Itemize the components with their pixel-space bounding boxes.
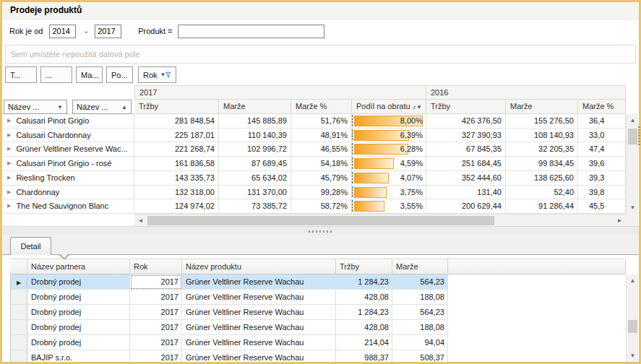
expand-icon[interactable]: ▶ xyxy=(7,171,11,185)
cell-trzby[interactable]: 428,08 xyxy=(336,290,392,305)
cell-trzby-2017[interactable]: 281 848,54 xyxy=(134,114,219,129)
cell-marze[interactable]: 564,23 xyxy=(392,305,448,320)
cell-marze-2017[interactable]: 73 385,72 xyxy=(219,199,291,214)
cell-trzby-2017[interactable]: 143 335,73 xyxy=(134,171,219,186)
year-to-input[interactable] xyxy=(95,25,121,38)
detail-row[interactable]: Drobný prodej 2017 Grüner Veltliner Rese… xyxy=(10,335,626,350)
cell-marze-pct-2017[interactable]: 46,55% xyxy=(291,142,352,157)
cell-marze[interactable]: 508,37 xyxy=(392,350,448,362)
scroll-up-icon[interactable]: ▲ xyxy=(627,275,638,286)
data-field-chip[interactable]: Ma... xyxy=(76,66,103,83)
cell-marze-2017[interactable]: 145 885,89 xyxy=(219,114,291,129)
detail-header-rok[interactable]: Rok xyxy=(130,259,182,274)
header-trzby-2017[interactable]: Tržby xyxy=(134,100,219,114)
detail-row[interactable]: Drobný prodej 2017 Grüner Veltliner Rese… xyxy=(10,290,626,305)
detail-header-produkt[interactable]: Název produktu xyxy=(182,259,336,274)
pivot-row-header[interactable]: ▶ The Ned Sauvignon Blanc xyxy=(2,199,134,214)
cell-rok-focused[interactable]: 2017 xyxy=(130,274,182,290)
expand-icon[interactable]: ▶ xyxy=(7,186,11,199)
cell-marze-pct-2017[interactable]: 54,18% xyxy=(291,157,352,171)
cell-marze-pct-2017[interactable]: 51,76% xyxy=(291,114,352,129)
cell-marze-2016[interactable]: 32 205,35 xyxy=(506,142,578,157)
cell-partner[interactable]: Drobný prodej xyxy=(27,305,130,320)
cell-trzby-2017[interactable]: 161 836,58 xyxy=(134,157,219,171)
cell-trzby[interactable]: 1 284,23 xyxy=(336,274,392,290)
cell-marze[interactable]: 564,23 xyxy=(392,274,448,290)
pivot-row-header[interactable]: ▶ Calusari Chardonnay xyxy=(2,129,134,143)
cell-marze-2017[interactable]: 65 634,02 xyxy=(219,171,291,186)
cell-trzby-2016[interactable]: 426 376,50 xyxy=(426,114,506,129)
cell-marze-pct-2016[interactable]: 47,4 xyxy=(578,142,626,157)
scrollbar-thumb[interactable] xyxy=(628,129,637,144)
cell-marze-2017[interactable]: 110 140,39 xyxy=(219,129,291,143)
cell-produkt[interactable]: Grüner Veltliner Reserve Wachau xyxy=(182,290,336,305)
cell-trzby-2017[interactable]: 225 187,01 xyxy=(134,129,219,143)
cell-produkt[interactable]: Grüner Veltliner Reserve Wachau xyxy=(182,320,336,335)
cell-marze-pct-2017[interactable]: 45,79% xyxy=(291,171,352,186)
detail-header-marze[interactable]: Marže xyxy=(392,259,448,274)
window-resize-grip[interactable] xyxy=(638,126,640,147)
sort-asc-icon[interactable]: ▲ xyxy=(121,104,127,110)
cell-podil-na-obratu[interactable]: 6,39% xyxy=(352,129,426,143)
chevron-down-icon[interactable]: ▼ xyxy=(160,72,166,78)
cell-podil-na-obratu[interactable]: 4,59% xyxy=(352,157,426,171)
cell-marze-2017[interactable]: 131 370,00 xyxy=(219,186,291,200)
cell-marze-2016[interactable]: 138 625,60 xyxy=(506,171,578,186)
cell-produkt[interactable]: Grüner Veltliner Reserve Wachau xyxy=(182,335,336,350)
cell-trzby-2017[interactable]: 124 974,02 xyxy=(134,199,219,214)
cell-podil-na-obratu[interactable]: 6,28% xyxy=(352,142,426,157)
cell-trzby[interactable]: 1 284,23 xyxy=(336,305,392,320)
cell-podil-na-obratu[interactable]: 8,00% xyxy=(352,114,426,129)
header-marze-pct-2017[interactable]: Marže % xyxy=(291,100,352,114)
cell-produkt[interactable]: Grüner Veltliner Reserve Wachau xyxy=(182,305,336,320)
cell-trzby-2016[interactable]: 251 684,45 xyxy=(426,157,506,171)
cell-trzby-2016[interactable]: 67 845,35 xyxy=(426,142,506,157)
cell-marze-pct-2017[interactable]: 99,28% xyxy=(291,186,352,200)
cell-marze-pct-2016[interactable]: 39,8 xyxy=(578,186,626,200)
detail-row[interactable]: Drobný prodej 2017 Grüner Veltliner Rese… xyxy=(10,320,626,335)
cell-trzby-2017[interactable]: 132 318,00 xyxy=(134,186,219,200)
cell-marze-pct-2016[interactable]: 33,0 xyxy=(578,129,626,143)
cell-marze-pct-2017[interactable]: 58,72% xyxy=(291,199,352,214)
expand-icon[interactable]: ▶ xyxy=(7,142,11,156)
year-from-input[interactable] xyxy=(49,25,76,38)
scrollbar-thumb[interactable] xyxy=(147,216,494,225)
cell-marze-2016[interactable]: 108 140,93 xyxy=(506,129,578,143)
cell-marze[interactable]: 188,08 xyxy=(392,320,448,335)
scroll-up-icon[interactable]: ▲ xyxy=(627,115,638,126)
cell-marze-pct-2016[interactable]: 45,5 xyxy=(578,199,626,214)
detail-header-partner[interactable]: Název partnera xyxy=(27,259,130,274)
detail-header-trzby[interactable]: Tržby xyxy=(336,259,392,274)
data-field-chip[interactable]: T... xyxy=(5,66,37,83)
cell-trzby-2017[interactable]: 221 268,74 xyxy=(134,142,219,157)
cell-partner[interactable]: Drobný prodej xyxy=(27,320,130,335)
expand-icon[interactable]: ▶ xyxy=(7,114,11,128)
column-field-chip-rok[interactable]: Rok ▼ xyxy=(138,66,176,83)
cell-marze-pct-2017[interactable]: 48,91% xyxy=(291,129,352,143)
pivot-row-header[interactable]: ▶ Calusari Pinot Grigio xyxy=(2,114,134,129)
cell-partner[interactable]: BAJIP s.r.o. xyxy=(27,350,130,362)
cell-marze-pct-2016[interactable]: 36,4 xyxy=(578,114,626,129)
pane-splitter[interactable] xyxy=(2,226,639,235)
detail-row[interactable]: BAJIP s.r.o. 2017 Grüner Veltliner Reser… xyxy=(10,350,626,362)
cell-marze[interactable]: 94,04 xyxy=(392,335,448,350)
cell-marze-pct-2016[interactable]: 39,3 xyxy=(578,171,626,186)
cell-marze[interactable]: 188,08 xyxy=(392,290,448,305)
detail-row[interactable]: Drobný prodej 2017 Grüner Veltliner Rese… xyxy=(10,305,626,320)
tab-detail[interactable]: Detail xyxy=(10,237,51,255)
data-field-chip[interactable]: ... xyxy=(40,66,72,83)
row-field-header-nazev-2[interactable]: Název ... ▲ xyxy=(72,100,132,114)
header-marze-pct-2016[interactable]: Marže % xyxy=(578,100,626,114)
cell-trzby-2016[interactable]: 200 629,44 xyxy=(426,199,506,214)
expand-icon[interactable]: ▶ xyxy=(7,199,11,213)
cell-rok[interactable]: 2017 xyxy=(130,290,182,305)
pivot-horizontal-scrollbar[interactable]: ◄ ► xyxy=(134,214,626,226)
pivot-row-header[interactable]: ▶ Grüner Veltliner Reserve Wac... xyxy=(2,142,134,157)
cell-trzby-2016[interactable]: 352 444,60 xyxy=(426,171,506,186)
cell-produkt[interactable]: Grüner Veltliner Reserve Wachau xyxy=(182,274,336,290)
cell-marze-2016[interactable]: 99 834,45 xyxy=(506,157,578,171)
pivot-vertical-scrollbar[interactable]: ▲ ▼ xyxy=(626,114,638,214)
expand-icon[interactable]: ▶ xyxy=(7,157,11,170)
cell-marze-2017[interactable]: 87 689,45 xyxy=(219,157,291,171)
cell-rok[interactable]: 2017 xyxy=(130,350,182,362)
